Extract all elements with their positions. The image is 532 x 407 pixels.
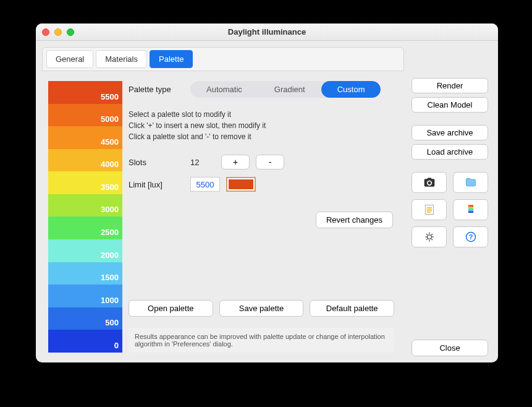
palette-swatch[interactable]: 3500 bbox=[48, 171, 122, 194]
slots-label: Slots bbox=[129, 158, 184, 167]
tab-general[interactable]: General bbox=[46, 50, 93, 68]
help-icon: ? bbox=[465, 231, 477, 243]
help-button[interactable]: ? bbox=[453, 226, 488, 247]
folder-button[interactable] bbox=[453, 172, 488, 193]
slots-minus-button[interactable]: - bbox=[256, 155, 284, 169]
swatch-label: 5000 bbox=[101, 114, 119, 124]
window-title: Daylight illuminance bbox=[36, 27, 498, 36]
close-button[interactable]: Close bbox=[412, 340, 488, 356]
svg-rect-0 bbox=[425, 205, 433, 215]
palette-icon bbox=[465, 204, 477, 216]
limit-input[interactable] bbox=[190, 177, 220, 192]
list-icon bbox=[423, 204, 436, 216]
svg-rect-6 bbox=[468, 207, 473, 208]
swatch-label: 500 bbox=[105, 318, 119, 327]
folder-icon bbox=[465, 176, 477, 189]
tab-palette[interactable]: Palette bbox=[150, 50, 193, 68]
help-line: Click '+' to insert a new slot, then mod… bbox=[129, 120, 394, 131]
swatch-label: 4500 bbox=[101, 137, 119, 147]
palette-swatch[interactable]: 3000 bbox=[48, 194, 122, 217]
slots-value: 12 bbox=[190, 158, 215, 167]
palette-swatch[interactable]: 2500 bbox=[48, 216, 122, 239]
svg-rect-9 bbox=[468, 212, 473, 213]
swatch-label: 3500 bbox=[101, 182, 119, 192]
help-line: Select a palette slot to modify it bbox=[129, 109, 394, 120]
palette-type-gradient[interactable]: Gradient bbox=[258, 81, 321, 98]
swatch-label: 4000 bbox=[101, 160, 119, 169]
palette-swatch[interactable]: 4000 bbox=[48, 149, 122, 172]
titlebar: Daylight illuminance bbox=[36, 24, 498, 41]
palette-swatch[interactable]: 5000 bbox=[48, 104, 122, 127]
palette-swatch[interactable]: 1500 bbox=[48, 262, 122, 285]
swatch-label: 3000 bbox=[101, 205, 119, 214]
gear-icon bbox=[423, 231, 436, 243]
slots-plus-button[interactable]: + bbox=[221, 155, 250, 169]
revert-changes-button[interactable]: Revert changes bbox=[316, 212, 393, 228]
swatch-label: 1000 bbox=[101, 296, 119, 305]
tab-bar: General Materials Palette bbox=[42, 47, 404, 71]
svg-rect-5 bbox=[468, 205, 473, 207]
swatch-label: 2000 bbox=[101, 251, 119, 260]
list-button[interactable] bbox=[412, 199, 447, 220]
camera-button[interactable] bbox=[412, 172, 447, 193]
palette-type-label: Palette type bbox=[129, 85, 184, 94]
sidebar: Render Clean Model Save archive Load arc… bbox=[407, 41, 498, 362]
palette-swatches: 5500500045004000350030002500200015001000… bbox=[48, 81, 122, 353]
save-archive-button[interactable]: Save archive bbox=[412, 125, 488, 140]
swatch-label: 1500 bbox=[101, 273, 119, 282]
palette-type-custom[interactable]: Custom bbox=[321, 81, 381, 98]
default-palette-button[interactable]: Default palette bbox=[310, 300, 394, 317]
palette-type-segmented: Automatic Gradient Custom bbox=[190, 81, 381, 98]
swatch-label: 2500 bbox=[101, 228, 119, 237]
palette-swatch[interactable]: 1000 bbox=[48, 285, 122, 307]
info-note: Results appearance can be improved with … bbox=[129, 328, 394, 353]
palette-swatch[interactable]: 0 bbox=[48, 330, 122, 353]
svg-rect-8 bbox=[468, 210, 473, 212]
load-archive-button[interactable]: Load archive bbox=[412, 144, 488, 160]
swatch-label: 0 bbox=[114, 341, 119, 350]
svg-rect-7 bbox=[468, 208, 473, 210]
clean-model-button[interactable]: Clean Model bbox=[412, 97, 488, 113]
palette-preview-button[interactable] bbox=[453, 199, 488, 220]
settings-button[interactable] bbox=[412, 226, 447, 247]
palette-swatch[interactable]: 500 bbox=[48, 307, 122, 330]
dialog-window: Daylight illuminance General Materials P… bbox=[36, 24, 498, 362]
palette-swatch[interactable]: 2000 bbox=[48, 239, 122, 262]
palette-swatch[interactable]: 4500 bbox=[48, 126, 122, 149]
render-button[interactable]: Render bbox=[412, 78, 488, 93]
svg-text:?: ? bbox=[468, 233, 473, 241]
limit-label: Limit [lux] bbox=[129, 180, 184, 189]
open-palette-button[interactable]: Open palette bbox=[129, 300, 213, 317]
palette-help: Select a palette slot to modify it Click… bbox=[129, 109, 394, 142]
limit-color-well[interactable] bbox=[226, 177, 256, 192]
swatch-label: 5500 bbox=[101, 92, 119, 101]
save-palette-button[interactable]: Save palette bbox=[219, 300, 304, 317]
palette-swatch[interactable]: 5500 bbox=[48, 81, 122, 104]
palette-type-automatic[interactable]: Automatic bbox=[190, 81, 258, 98]
help-line: Click a palette slot and '-' to remove i… bbox=[129, 131, 394, 142]
camera-icon bbox=[423, 176, 436, 189]
tab-materials[interactable]: Materials bbox=[96, 50, 147, 68]
